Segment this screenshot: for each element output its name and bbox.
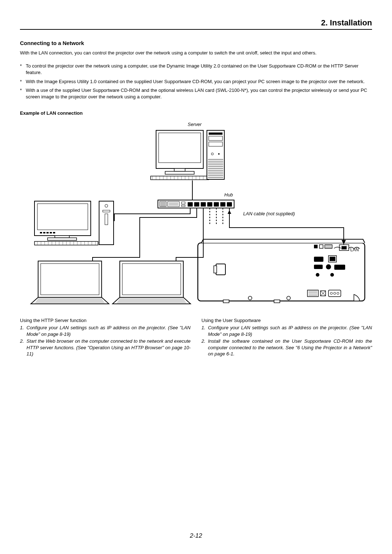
svg-point-124 (330, 273, 334, 277)
svg-rect-1 (159, 133, 201, 163)
svg-point-121 (326, 264, 331, 269)
svg-rect-116 (342, 246, 347, 249)
intro-text: With the LAN connection, you can control… (20, 50, 372, 56)
svg-point-108 (287, 296, 290, 300)
item-number: 2. (20, 338, 26, 357)
svg-rect-105 (223, 300, 229, 303)
svg-rect-63 (46, 232, 49, 233)
svg-rect-86 (103, 210, 110, 212)
svg-rect-61 (40, 232, 42, 233)
svg-rect-122 (334, 265, 345, 270)
label-lan-cable: LAN cable (not supplied) (243, 211, 295, 216)
bullet-text: With the Image Express Utility 1.0 conta… (26, 78, 372, 85)
label-hub: Hub (224, 192, 233, 197)
label-server: Server (188, 122, 201, 127)
svg-rect-53 (207, 202, 212, 207)
svg-rect-103 (216, 264, 225, 275)
item-text: Start the Web browser on the computer co… (26, 338, 191, 357)
column-right: Using the User Supportware 1. Configure … (201, 318, 372, 358)
label-lan-port: LAN (350, 247, 359, 252)
svg-rect-3 (165, 171, 194, 174)
col-item: 2. Start the Web browser on the computer… (20, 338, 191, 357)
item-number: 1. (201, 325, 208, 337)
bullet-text: With a use of the supplied User Supportw… (26, 87, 372, 100)
bullet-star: * (20, 63, 26, 76)
svg-rect-109 (314, 245, 318, 248)
svg-rect-119 (330, 257, 335, 261)
svg-rect-58 (37, 204, 88, 230)
svg-rect-89 (41, 264, 99, 295)
page-number: 2-12 (0, 532, 392, 539)
chapter-header: 2. Installation (20, 18, 372, 30)
bullet-star: * (20, 78, 26, 85)
section-title: Connecting to a Network (20, 40, 372, 46)
bullet-item: * With the Image Express Utility 1.0 con… (20, 78, 372, 85)
svg-rect-117 (314, 257, 323, 262)
two-column-instructions: Using the HTTP Server function 1. Config… (20, 318, 372, 358)
svg-point-26 (218, 153, 220, 155)
svg-rect-4 (151, 176, 209, 180)
col-item: 1. Configure your LAN settings such as I… (20, 325, 191, 337)
svg-rect-48 (181, 202, 185, 204)
svg-rect-52 (201, 202, 206, 207)
item-text: Configure your LAN settings such as IP a… (26, 325, 191, 337)
svg-rect-23 (209, 136, 222, 140)
svg-rect-56 (227, 202, 232, 207)
column-left: Using the HTTP Server function 1. Config… (20, 318, 191, 358)
svg-rect-104 (214, 266, 217, 273)
svg-point-107 (248, 296, 252, 300)
col-head-left: Using the HTTP Server function (20, 318, 191, 323)
svg-rect-55 (220, 202, 225, 207)
svg-rect-64 (50, 232, 52, 233)
item-text: Configure your LAN settings such as IP a… (208, 325, 372, 337)
svg-rect-87 (105, 214, 108, 225)
svg-rect-62 (43, 232, 45, 233)
svg-marker-137 (228, 210, 231, 214)
col-item: 1. Configure your LAN settings such as I… (201, 325, 372, 337)
svg-rect-22 (209, 133, 222, 135)
svg-rect-120 (314, 265, 323, 269)
lan-diagram: Server Hub LAN cable (not supplied) LAN (20, 119, 372, 305)
svg-rect-59 (55, 236, 69, 238)
svg-rect-51 (194, 202, 199, 207)
bullet-text: To control the projector over the networ… (26, 63, 372, 76)
bullet-item: * To control the projector over the netw… (20, 63, 372, 76)
svg-rect-65 (53, 232, 55, 233)
item-number: 2. (201, 338, 208, 357)
item-text: Install the software contained on the Us… (208, 338, 372, 357)
col-item: 2. Install the software contained on the… (201, 338, 372, 357)
svg-rect-49 (181, 205, 185, 207)
svg-rect-50 (188, 202, 193, 207)
svg-rect-66 (34, 241, 98, 245)
col-head-right: Using the User Supportware (201, 318, 372, 323)
svg-rect-54 (214, 202, 219, 207)
svg-rect-96 (122, 264, 181, 295)
bullet-item: * With a use of the supplied User Suppor… (20, 87, 372, 100)
example-subhead: Example of LAN connection (20, 110, 372, 116)
svg-rect-110 (319, 245, 323, 248)
bullet-list: * To control the projector over the netw… (20, 63, 372, 100)
svg-rect-2 (174, 168, 185, 171)
item-number: 1. (20, 325, 26, 337)
svg-rect-106 (274, 300, 280, 303)
svg-rect-24 (209, 142, 222, 146)
svg-rect-60 (48, 238, 77, 240)
svg-point-123 (316, 273, 319, 277)
bullet-star: * (20, 87, 26, 100)
